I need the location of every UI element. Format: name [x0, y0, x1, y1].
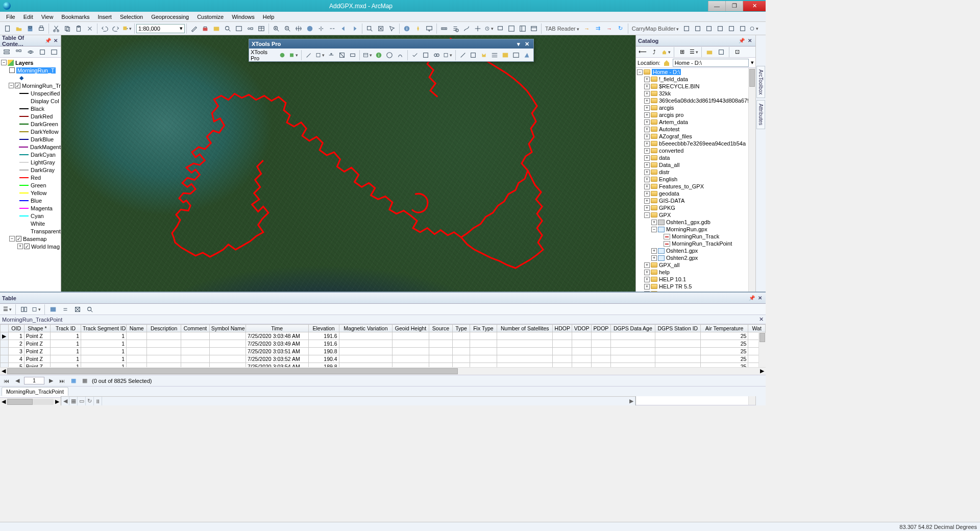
toc-layer-2[interactable]: MorningRun_Tr	[22, 83, 61, 89]
tabreader-arrow1-icon[interactable]: →	[582, 23, 592, 34]
xt-tool-9-icon[interactable]: i	[374, 50, 383, 60]
toc-symbol-row[interactable]: DarkGreen	[0, 120, 61, 128]
toc-symbol-row[interactable]: DarkMagent	[0, 143, 61, 151]
table-switch-icon[interactable]	[60, 304, 70, 315]
toc-symbol-row[interactable]: Red	[0, 174, 61, 181]
table-icon[interactable]	[529, 23, 539, 34]
sidetab-arctoolbox[interactable]: ArcToolbox	[756, 66, 765, 98]
forward-icon[interactable]	[350, 23, 360, 34]
catalog-item[interactable]: +arcgis pro	[636, 111, 755, 118]
xt-tool-10-icon[interactable]	[385, 50, 394, 60]
toc-symbol-row[interactable]: Blue	[0, 197, 61, 204]
carrymap-tool3-icon[interactable]	[704, 23, 714, 34]
toc-symbol-row[interactable]: DarkCyan	[0, 151, 61, 158]
toc-hscrollbar[interactable]: ◀▶	[0, 397, 61, 405]
list-by-drawing-icon[interactable]	[2, 47, 11, 57]
toc-symbol-row[interactable]: White	[0, 220, 61, 227]
xt-tool-21-icon[interactable]	[511, 50, 521, 60]
time-slider-icon[interactable]	[484, 23, 494, 34]
modelbuilder-icon[interactable]	[245, 23, 255, 34]
table-tab[interactable]: MorningRun_TrackPoint	[2, 387, 68, 396]
catalog-item[interactable]: +distr	[636, 168, 755, 176]
full-extent-icon[interactable]	[305, 23, 315, 34]
table-zoom-icon[interactable]	[85, 304, 95, 315]
catalog-item[interactable]: +HELP TR 5.5	[636, 283, 755, 290]
refresh-view-icon[interactable]: ↻	[86, 397, 94, 405]
catalog-item[interactable]: +converted	[636, 147, 755, 154]
xt-tool-6-icon[interactable]	[337, 50, 347, 60]
toc-symbol-row[interactable]: Transparent	[0, 227, 61, 235]
xt-tool-4-icon[interactable]	[315, 50, 325, 60]
table-options-icon[interactable]: ☰	[2, 304, 12, 315]
xt-tool-7-icon[interactable]	[348, 50, 357, 60]
editor-toolbar-icon[interactable]	[189, 23, 199, 34]
table-selection-icon[interactable]	[31, 304, 41, 315]
toc-symbol-row[interactable]: Unspecified	[0, 89, 61, 97]
cat-connect-folder-icon[interactable]	[704, 47, 715, 57]
table-delete-icon[interactable]	[97, 304, 107, 315]
carrymap-tool6-icon[interactable]	[738, 23, 748, 34]
catalog-item[interactable]: +GIS-DATA	[636, 197, 755, 204]
nav-show-selected-icon[interactable]: ▦	[81, 377, 89, 384]
minimize-button[interactable]: —	[708, 1, 725, 11]
back-icon[interactable]	[338, 23, 349, 34]
catalog-item[interactable]: +Oshten2.gpx	[636, 254, 755, 261]
table-row[interactable]: 5Point Z117/25/2020 3:03:54 AM189.825	[1, 363, 766, 368]
catalog-item[interactable]: +data	[636, 154, 755, 161]
toc-symbol-row[interactable]: Magenta	[0, 204, 61, 212]
xt-tool-11-icon[interactable]	[396, 50, 405, 60]
catalog-item[interactable]: +help	[636, 269, 755, 276]
find-icon[interactable]	[450, 23, 460, 34]
catalog-item[interactable]: +369ce6a08ddc3d861f9443d808a679	[636, 97, 755, 104]
create-viewer-icon[interactable]	[495, 23, 505, 34]
toc-symbol-row[interactable]: DarkRed	[0, 112, 61, 120]
toc-symbol-row[interactable]: Black	[0, 105, 61, 112]
cat-home-icon[interactable]	[661, 47, 671, 57]
open-icon[interactable]	[14, 23, 24, 34]
catalog-item[interactable]: +Autotest	[636, 126, 755, 133]
pan-icon[interactable]	[293, 23, 304, 34]
toc-pin-icon[interactable]: 📌	[44, 37, 51, 44]
cat-up-icon[interactable]: ⤴	[649, 47, 659, 57]
xtools-toolbar[interactable]: XTools Pro ▾ ✕ XTools Pro	[249, 39, 534, 62]
table-close-icon[interactable]: ✕	[756, 295, 764, 302]
hyperlink-icon[interactable]	[413, 23, 423, 34]
copy-icon[interactable]	[62, 23, 72, 34]
nav-page-input[interactable]	[24, 377, 44, 384]
window-icon[interactable]	[506, 23, 517, 34]
table-select-by-attr-icon[interactable]	[48, 304, 58, 315]
python-icon[interactable]	[234, 23, 244, 34]
table-row[interactable]: ▶1Point Z117/25/2020 3:03:48 AM191.625	[1, 332, 766, 340]
layout-view-icon[interactable]: ▭	[78, 397, 86, 405]
carrymap-tool2-icon[interactable]	[693, 23, 703, 34]
tabreader-refresh-icon[interactable]: ↻	[616, 23, 626, 34]
menu-windows[interactable]: Windows	[228, 13, 259, 21]
catalog-item[interactable]: +GPKG	[636, 204, 755, 211]
nav-first-icon[interactable]: ⏮	[2, 378, 11, 384]
delete-icon[interactable]	[85, 23, 95, 34]
clear-selection-icon[interactable]	[376, 23, 386, 34]
catalog-item[interactable]: MorningRun_Track	[636, 233, 755, 240]
undo-icon[interactable]	[100, 23, 110, 34]
catalog-item[interactable]: +AZograf_files	[636, 133, 755, 140]
catalog-item[interactable]: +!_field_data	[636, 76, 755, 83]
menu-geoprocessing[interactable]: Geoprocessing	[147, 13, 193, 21]
tabreader-arrow3-icon[interactable]: →	[604, 23, 615, 34]
xt-tool-8-icon[interactable]	[362, 50, 373, 60]
measure-icon[interactable]	[439, 23, 449, 34]
toc-symbol-row[interactable]: Cyan	[0, 212, 61, 220]
catalog-item[interactable]: +GPX_all	[636, 261, 755, 269]
tab-reader-label[interactable]: TAB Reader	[545, 26, 579, 32]
xtools-label[interactable]: XTools Pro	[251, 49, 275, 61]
nav-next-icon[interactable]: ▶	[47, 377, 55, 384]
catalog-item[interactable]: +Features_to_GPX	[636, 183, 755, 190]
menu-customize[interactable]: Customize	[193, 13, 228, 21]
cat-toggle-icon[interactable]: ⊞	[677, 47, 687, 57]
cat-connect-gdb-icon[interactable]	[716, 47, 726, 57]
list-by-source-icon[interactable]	[13, 47, 23, 57]
xt-tool-18-icon[interactable]	[479, 50, 488, 60]
catalog-item[interactable]: +Oshten1.gpx	[636, 247, 755, 254]
carrymap-label[interactable]: CarryMap Builder	[632, 26, 679, 32]
add-data-icon[interactable]	[122, 23, 132, 34]
catalog-item[interactable]: +Data_all	[636, 161, 755, 168]
